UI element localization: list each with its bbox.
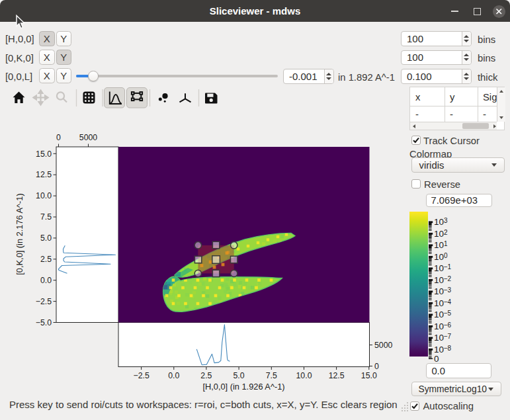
svg-text:0: 0 [56,133,61,142]
svg-text:12.5: 12.5 [329,371,345,380]
svg-text:−2.5: −2.5 [36,297,52,306]
svg-text:10.0: 10.0 [296,371,312,380]
svg-text:−5.0: −5.0 [36,318,52,327]
svg-text:0.0: 0.0 [168,371,179,380]
svg-text:12.5: 12.5 [36,170,52,179]
svg-text:0: 0 [374,362,379,371]
svg-text:5000: 5000 [374,341,393,350]
svg-text:7.5: 7.5 [266,371,277,380]
svg-text:15.0: 15.0 [361,371,377,380]
svg-text:5000: 5000 [79,133,98,142]
svg-text:7.5: 7.5 [40,212,52,222]
svg-text:15.0: 15.0 [36,149,52,159]
svg-text:2.5: 2.5 [200,371,212,380]
svg-text:5.0: 5.0 [234,371,245,380]
svg-text:10.0: 10.0 [36,191,52,200]
svg-text:−2.5: −2.5 [133,371,149,380]
svg-text:5.0: 5.0 [40,233,52,243]
svg-text:0.0: 0.0 [40,276,52,285]
svg-text:2.5: 2.5 [40,255,52,264]
svg-text:[0,K,0] (in 2.176 A^-1): [0,K,0] (in 2.176 A^-1) [15,193,24,274]
svg-text:[H,0,0] (in 1.926 A^-1): [H,0,0] (in 1.926 A^-1) [202,382,284,392]
